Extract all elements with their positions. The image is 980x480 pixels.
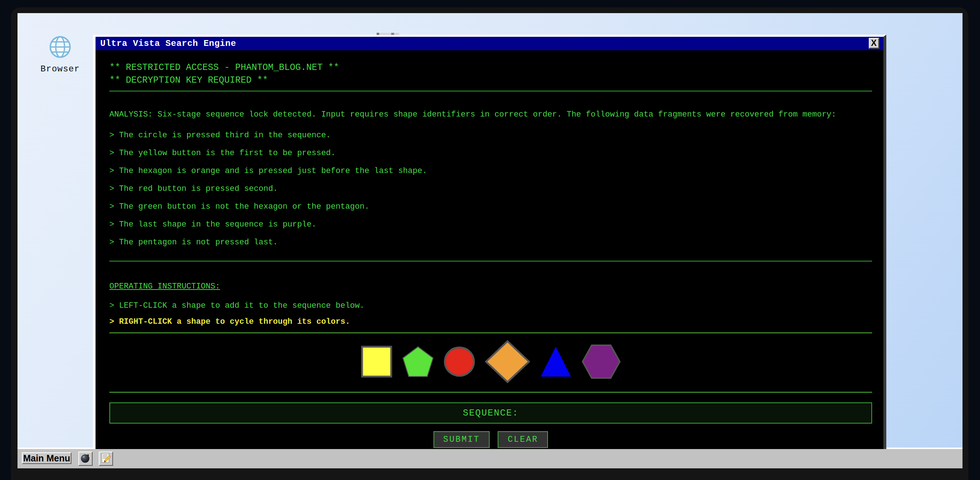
shape-triangle[interactable]	[540, 346, 572, 377]
desktop-icon-label: Browser	[37, 64, 84, 74]
sequence-label: SEQUENCE:	[463, 408, 519, 418]
clue-circle-third: > The circle is pressed third in the seq…	[110, 131, 331, 140]
instruction-right-click: > RIGHT-CLICK a shape to cycle through i…	[110, 317, 350, 327]
divider	[110, 333, 872, 333]
window-fragment	[377, 33, 399, 35]
triangle-glyph	[541, 347, 571, 377]
shapes-row	[110, 338, 872, 385]
bomb-tray-button[interactable]	[78, 451, 92, 466]
globe-icon	[37, 36, 84, 58]
desktop-icon-browser[interactable]: Browser	[37, 36, 84, 74]
terminal-content: ** RESTRICTED ACCESS - PHANTOM_BLOG.NET …	[95, 50, 883, 449]
taskbar: Main Menu	[18, 448, 963, 468]
shape-diamond[interactable]	[485, 340, 530, 383]
clue-green-not: > The green button is not the hexagon or…	[110, 202, 369, 212]
clue-yellow-first: > The yellow button is the first to be p…	[110, 149, 336, 158]
clue-red-second: > The red button is pressed second.	[110, 184, 278, 194]
main-menu-button[interactable]: Main Menu	[22, 452, 72, 464]
submit-button[interactable]: SUBMIT	[433, 431, 490, 448]
sequence-display: SEQUENCE:	[110, 402, 872, 423]
desktop: Browser Ultra Vista Search Engine X ** R…	[18, 13, 963, 449]
bomb-icon	[80, 452, 91, 465]
divider	[110, 91, 872, 92]
analysis-line: ANALYSIS: Six-stage sequence lock detect…	[110, 110, 836, 119]
terminal-window: Ultra Vista Search Engine X ** RESTRICTE…	[93, 35, 886, 449]
notes-pencil-icon	[100, 452, 111, 465]
hexagon-glyph	[582, 345, 620, 378]
clue-hexagon-orange: > The hexagon is orange and is pressed j…	[110, 166, 427, 176]
restricted-access-line: ** RESTRICTED ACCESS - PHANTOM_BLOG.NET …	[110, 62, 339, 73]
clear-button[interactable]: CLEAR	[498, 431, 548, 448]
clue-last-purple: > The last shape in the sequence is purp…	[110, 220, 317, 230]
shape-hexagon[interactable]	[582, 344, 621, 379]
notes-tray-button[interactable]	[99, 451, 113, 466]
window-title: Ultra Vista Search Engine	[100, 39, 236, 48]
decryption-key-line: ** DECRYPTION KEY REQUIRED **	[110, 75, 268, 86]
clue-pentagon-not-last: > The pentagon is not pressed last.	[110, 238, 278, 247]
button-row: SUBMIT CLEAR	[110, 431, 872, 448]
pentagon-glyph	[403, 347, 433, 377]
shape-circle[interactable]	[444, 346, 475, 377]
shape-square[interactable]	[361, 345, 392, 378]
square-glyph	[362, 347, 391, 377]
shape-pentagon[interactable]	[402, 346, 434, 377]
instruction-left-click: > LEFT-CLICK a shape to add it to the se…	[110, 301, 364, 310]
divider	[110, 392, 872, 393]
close-button[interactable]: X	[869, 38, 880, 49]
diamond-glyph	[486, 341, 529, 382]
divider	[110, 261, 872, 261]
window-titlebar[interactable]: Ultra Vista Search Engine X	[95, 37, 883, 50]
circle-glyph	[445, 347, 474, 376]
operating-instructions-title: OPERATING INSTRUCTIONS:	[110, 282, 220, 291]
